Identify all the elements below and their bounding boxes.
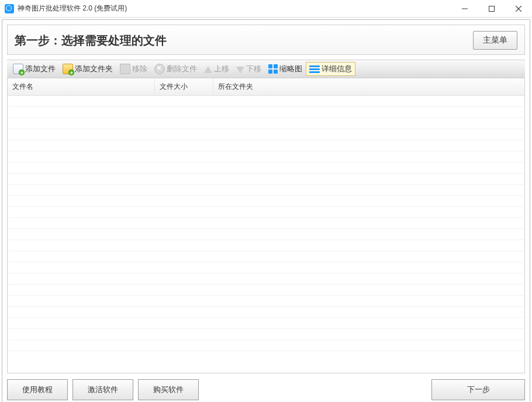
minimize-button[interactable] [451, 0, 478, 18]
move-up-label: 上移 [214, 64, 229, 74]
table-row [8, 285, 524, 296]
thumbnail-view-button[interactable]: 缩略图 [265, 62, 306, 76]
table-row [8, 251, 524, 262]
add-file-icon [13, 64, 23, 74]
main-window: 第一步：选择需要处理的文件 主菜单 添加文件 添加文件夹 移除 删除文件 上移 … [2, 19, 530, 402]
table-row [8, 229, 524, 240]
arrow-down-icon [236, 67, 244, 74]
titlebar: 神奇图片批处理软件 2.0 (免费试用) [0, 0, 532, 18]
table-row [8, 318, 524, 329]
table-row [8, 296, 524, 307]
add-folder-button[interactable]: 添加文件夹 [59, 62, 116, 76]
table-row [8, 262, 524, 273]
minimize-icon [462, 6, 468, 12]
delete-file-label: 删除文件 [167, 64, 197, 74]
move-down-button[interactable]: 下移 [233, 62, 265, 76]
table-row [8, 174, 524, 185]
tutorial-button[interactable]: 使用教程 [7, 379, 68, 400]
add-folder-label: 添加文件夹 [75, 64, 113, 74]
table-row [8, 107, 524, 118]
file-table: 文件名 文件大小 所在文件夹 [7, 78, 525, 373]
detail-label: 详细信息 [322, 64, 352, 74]
app-icon [5, 4, 14, 13]
step-title: 第一步：选择需要处理的文件 [15, 33, 473, 48]
table-row [8, 307, 524, 318]
table-row [8, 118, 524, 129]
detail-icon [309, 65, 320, 73]
remove-icon [120, 64, 130, 74]
step-header: 第一步：选择需要处理的文件 主菜单 [7, 25, 525, 55]
table-row [8, 96, 524, 107]
table-row [8, 207, 524, 218]
next-button[interactable]: 下一步 [431, 379, 525, 400]
table-row [8, 140, 524, 151]
delete-icon [154, 64, 165, 74]
table-row [8, 129, 524, 140]
toolbar: 添加文件 添加文件夹 移除 删除文件 上移 下移 缩略图 详细信息 [7, 60, 525, 78]
column-header-size[interactable]: 文件大小 [155, 78, 213, 95]
add-file-button[interactable]: 添加文件 [9, 62, 59, 76]
purchase-button[interactable]: 购买软件 [138, 379, 199, 400]
table-body[interactable] [8, 96, 524, 356]
table-row [8, 185, 524, 196]
move-down-label: 下移 [246, 64, 261, 74]
thumbnail-icon [268, 64, 278, 74]
add-folder-icon [63, 64, 73, 74]
table-row [8, 273, 524, 285]
main-menu-button[interactable]: 主菜单 [473, 31, 517, 50]
thumbnail-label: 缩略图 [279, 64, 302, 74]
column-header-folder[interactable]: 所在文件夹 [213, 78, 524, 95]
table-row [8, 340, 524, 351]
window-controls [451, 0, 532, 18]
table-row [8, 151, 524, 162]
add-file-label: 添加文件 [25, 64, 56, 74]
close-icon [516, 6, 521, 12]
table-row [8, 162, 524, 174]
titlebar-text: 神奇图片批处理软件 2.0 (免费试用) [18, 4, 451, 13]
activate-button[interactable]: 激活软件 [72, 379, 133, 400]
table-row [8, 329, 524, 340]
close-button[interactable] [505, 0, 532, 18]
svg-rect-1 [489, 6, 495, 11]
table-row [8, 196, 524, 207]
arrow-up-icon [204, 66, 212, 73]
remove-label: 移除 [132, 64, 147, 74]
table-row [8, 218, 524, 229]
maximize-button[interactable] [478, 0, 505, 18]
column-header-name[interactable]: 文件名 [8, 78, 155, 95]
remove-button[interactable]: 移除 [116, 62, 151, 76]
table-header: 文件名 文件大小 所在文件夹 [8, 78, 524, 96]
maximize-icon [489, 6, 495, 12]
bottom-bar: 使用教程 激活软件 购买软件 下一步 [7, 379, 525, 400]
detail-view-button[interactable]: 详细信息 [306, 62, 355, 76]
table-row [8, 240, 524, 251]
delete-file-button[interactable]: 删除文件 [151, 62, 201, 76]
move-up-button[interactable]: 上移 [201, 62, 233, 76]
